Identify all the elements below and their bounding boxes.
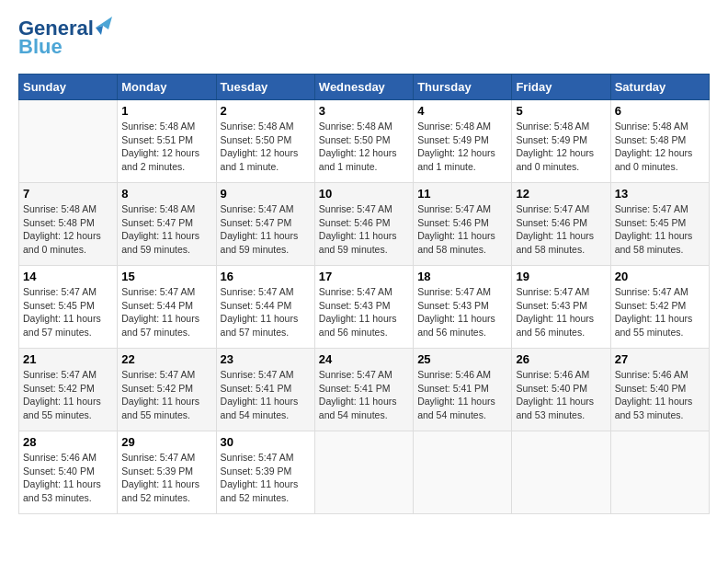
weekday-header-monday: Monday xyxy=(118,75,216,100)
day-number: 21 xyxy=(23,352,113,366)
calendar-cell: 17Sunrise: 5:47 AMSunset: 5:43 PMDayligh… xyxy=(314,266,413,349)
day-info: Sunrise: 5:47 AMSunset: 5:46 PMDaylight:… xyxy=(516,202,606,257)
day-number: 28 xyxy=(23,435,113,449)
day-info: Sunrise: 5:47 AMSunset: 5:46 PMDaylight:… xyxy=(417,202,507,257)
day-number: 10 xyxy=(319,187,409,201)
day-info: Sunrise: 5:48 AMSunset: 5:49 PMDaylight:… xyxy=(516,120,606,174)
day-number: 1 xyxy=(121,104,211,118)
calendar-cell: 30Sunrise: 5:47 AMSunset: 5:39 PMDayligh… xyxy=(216,431,314,514)
calendar-cell: 10Sunrise: 5:47 AMSunset: 5:46 PMDayligh… xyxy=(314,183,413,266)
calendar-table: SundayMondayTuesdayWednesdayThursdayFrid… xyxy=(18,74,710,514)
weekday-header-row: SundayMondayTuesdayWednesdayThursdayFrid… xyxy=(19,75,710,100)
page-header: General Blue xyxy=(18,18,710,59)
logo-bird-icon xyxy=(96,17,112,37)
day-info: Sunrise: 5:48 AMSunset: 5:51 PMDaylight:… xyxy=(121,120,211,174)
day-number: 25 xyxy=(417,352,507,366)
day-number: 7 xyxy=(23,187,113,201)
day-info: Sunrise: 5:46 AMSunset: 5:40 PMDaylight:… xyxy=(516,368,606,422)
calendar-cell: 5Sunrise: 5:48 AMSunset: 5:49 PMDaylight… xyxy=(512,100,610,183)
day-number: 18 xyxy=(417,270,507,283)
calendar-cell: 6Sunrise: 5:48 AMSunset: 5:48 PMDaylight… xyxy=(610,100,709,183)
calendar-cell: 1Sunrise: 5:48 AMSunset: 5:51 PMDaylight… xyxy=(118,100,216,183)
day-info: Sunrise: 5:46 AMSunset: 5:40 PMDaylight:… xyxy=(23,451,113,505)
weekday-header-wednesday: Wednesday xyxy=(314,75,413,100)
calendar-cell: 20Sunrise: 5:47 AMSunset: 5:42 PMDayligh… xyxy=(610,266,709,349)
calendar-cell xyxy=(610,431,709,514)
calendar-cell: 9Sunrise: 5:47 AMSunset: 5:47 PMDaylight… xyxy=(216,183,314,266)
day-info: Sunrise: 5:46 AMSunset: 5:41 PMDaylight:… xyxy=(417,368,507,422)
day-info: Sunrise: 5:47 AMSunset: 5:43 PMDaylight:… xyxy=(516,285,606,339)
day-info: Sunrise: 5:47 AMSunset: 5:39 PMDaylight:… xyxy=(121,451,211,505)
day-number: 3 xyxy=(319,104,409,118)
day-info: Sunrise: 5:48 AMSunset: 5:47 PMDaylight:… xyxy=(121,202,211,257)
day-info: Sunrise: 5:47 AMSunset: 5:42 PMDaylight:… xyxy=(615,285,705,339)
calendar-cell: 19Sunrise: 5:47 AMSunset: 5:43 PMDayligh… xyxy=(512,266,610,349)
week-row-3: 14Sunrise: 5:47 AMSunset: 5:45 PMDayligh… xyxy=(19,266,710,349)
calendar-cell: 18Sunrise: 5:47 AMSunset: 5:43 PMDayligh… xyxy=(414,266,512,349)
day-info: Sunrise: 5:47 AMSunset: 5:47 PMDaylight:… xyxy=(221,202,311,257)
calendar-cell: 24Sunrise: 5:47 AMSunset: 5:41 PMDayligh… xyxy=(314,349,413,431)
weekday-header-tuesday: Tuesday xyxy=(216,75,314,100)
day-info: Sunrise: 5:48 AMSunset: 5:49 PMDaylight:… xyxy=(417,120,507,174)
day-number: 30 xyxy=(221,435,311,449)
weekday-header-saturday: Saturday xyxy=(610,75,709,100)
day-number: 22 xyxy=(121,352,211,366)
week-row-1: 1Sunrise: 5:48 AMSunset: 5:51 PMDaylight… xyxy=(19,100,710,183)
day-info: Sunrise: 5:47 AMSunset: 5:45 PMDaylight:… xyxy=(615,202,705,257)
day-number: 24 xyxy=(319,352,409,366)
day-number: 5 xyxy=(516,104,606,118)
day-info: Sunrise: 5:47 AMSunset: 5:43 PMDaylight:… xyxy=(319,285,409,339)
day-number: 15 xyxy=(121,270,211,283)
calendar-cell: 4Sunrise: 5:48 AMSunset: 5:49 PMDaylight… xyxy=(414,100,512,183)
day-number: 16 xyxy=(221,270,311,283)
day-info: Sunrise: 5:47 AMSunset: 5:41 PMDaylight:… xyxy=(319,368,409,422)
day-info: Sunrise: 5:47 AMSunset: 5:45 PMDaylight:… xyxy=(23,285,113,339)
week-row-4: 21Sunrise: 5:47 AMSunset: 5:42 PMDayligh… xyxy=(19,349,710,431)
calendar-cell: 14Sunrise: 5:47 AMSunset: 5:45 PMDayligh… xyxy=(19,266,118,349)
calendar-cell: 2Sunrise: 5:48 AMSunset: 5:50 PMDaylight… xyxy=(216,100,314,183)
day-info: Sunrise: 5:48 AMSunset: 5:50 PMDaylight:… xyxy=(221,120,311,174)
day-info: Sunrise: 5:47 AMSunset: 5:41 PMDaylight:… xyxy=(221,368,311,422)
weekday-header-sunday: Sunday xyxy=(19,75,118,100)
calendar-cell: 23Sunrise: 5:47 AMSunset: 5:41 PMDayligh… xyxy=(216,349,314,431)
day-number: 14 xyxy=(23,270,113,283)
calendar-cell xyxy=(414,431,512,514)
day-info: Sunrise: 5:47 AMSunset: 5:42 PMDaylight:… xyxy=(121,368,211,422)
day-info: Sunrise: 5:46 AMSunset: 5:40 PMDaylight:… xyxy=(615,368,705,422)
day-info: Sunrise: 5:47 AMSunset: 5:42 PMDaylight:… xyxy=(23,368,113,422)
calendar-cell: 15Sunrise: 5:47 AMSunset: 5:44 PMDayligh… xyxy=(118,266,216,349)
calendar-cell: 26Sunrise: 5:46 AMSunset: 5:40 PMDayligh… xyxy=(512,349,610,431)
day-number: 13 xyxy=(615,187,705,201)
day-number: 2 xyxy=(221,104,311,118)
day-number: 26 xyxy=(516,352,606,366)
day-info: Sunrise: 5:47 AMSunset: 5:46 PMDaylight:… xyxy=(319,202,409,257)
day-number: 20 xyxy=(615,270,705,283)
calendar-cell: 25Sunrise: 5:46 AMSunset: 5:41 PMDayligh… xyxy=(414,349,512,431)
calendar-cell: 13Sunrise: 5:47 AMSunset: 5:45 PMDayligh… xyxy=(610,183,709,266)
day-info: Sunrise: 5:47 AMSunset: 5:44 PMDaylight:… xyxy=(221,285,311,339)
day-info: Sunrise: 5:48 AMSunset: 5:50 PMDaylight:… xyxy=(319,120,409,174)
day-number: 19 xyxy=(516,270,606,283)
day-info: Sunrise: 5:47 AMSunset: 5:44 PMDaylight:… xyxy=(121,285,211,339)
day-number: 27 xyxy=(615,352,705,366)
day-number: 9 xyxy=(221,187,311,201)
week-row-2: 7Sunrise: 5:48 AMSunset: 5:48 PMDaylight… xyxy=(19,183,710,266)
day-number: 11 xyxy=(417,187,507,201)
calendar-cell: 7Sunrise: 5:48 AMSunset: 5:48 PMDaylight… xyxy=(19,183,118,266)
day-number: 6 xyxy=(615,104,705,118)
calendar-cell xyxy=(314,431,413,514)
day-info: Sunrise: 5:47 AMSunset: 5:39 PMDaylight:… xyxy=(221,451,311,505)
calendar-cell: 12Sunrise: 5:47 AMSunset: 5:46 PMDayligh… xyxy=(512,183,610,266)
calendar-cell: 22Sunrise: 5:47 AMSunset: 5:42 PMDayligh… xyxy=(118,349,216,431)
calendar-cell: 8Sunrise: 5:48 AMSunset: 5:47 PMDaylight… xyxy=(118,183,216,266)
day-number: 29 xyxy=(121,435,211,449)
day-info: Sunrise: 5:48 AMSunset: 5:48 PMDaylight:… xyxy=(615,120,705,174)
calendar-cell: 27Sunrise: 5:46 AMSunset: 5:40 PMDayligh… xyxy=(610,349,709,431)
day-number: 12 xyxy=(516,187,606,201)
calendar-cell: 11Sunrise: 5:47 AMSunset: 5:46 PMDayligh… xyxy=(414,183,512,266)
week-row-5: 28Sunrise: 5:46 AMSunset: 5:40 PMDayligh… xyxy=(19,431,710,514)
calendar-cell xyxy=(19,100,118,183)
calendar-cell xyxy=(512,431,610,514)
calendar-cell: 21Sunrise: 5:47 AMSunset: 5:42 PMDayligh… xyxy=(19,349,118,431)
logo: General Blue xyxy=(18,18,112,59)
